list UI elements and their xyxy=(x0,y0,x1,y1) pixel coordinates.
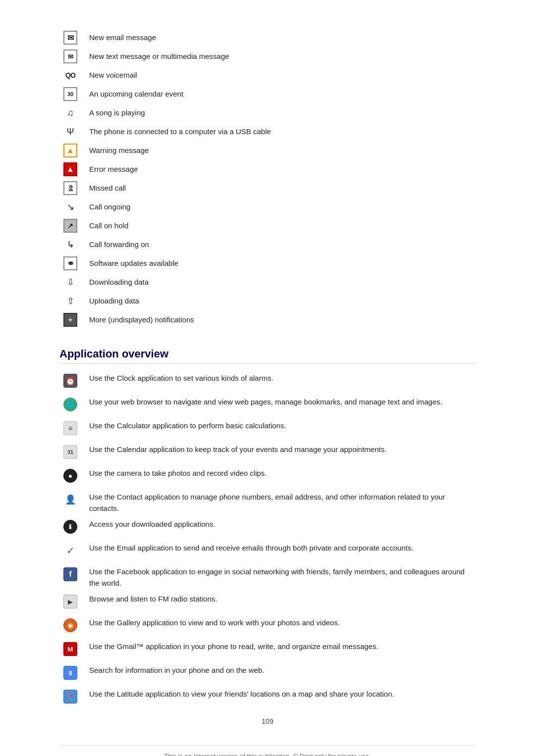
notif-item: ⇧Uploading data xyxy=(59,293,476,309)
notif-item: QONew voicemail xyxy=(59,67,476,83)
app-item: ▶Browse and listen to FM radio stations. xyxy=(59,594,476,612)
notif-desc: A song is playing xyxy=(81,107,476,118)
app-icon: M xyxy=(59,641,81,656)
notif-item: ✉New text message or multimedia message xyxy=(59,49,476,64)
notif-desc: New text message or multimedia message xyxy=(81,51,476,62)
notif-icon: ▲ xyxy=(59,162,81,176)
notif-item: ⇩Downloading data xyxy=(59,274,476,290)
notif-desc: Downloading data xyxy=(81,277,476,288)
app-desc: Use the Contact application to manage ph… xyxy=(81,492,476,514)
notif-icon: ✉ xyxy=(59,50,81,63)
notif-icon: ↘ xyxy=(59,202,81,212)
app-desc: Browse and listen to FM radio stations. xyxy=(81,594,476,605)
notif-icon: ♫ xyxy=(59,108,81,118)
notif-icon: ⇩ xyxy=(59,277,81,288)
notif-item: ▲Error message xyxy=(59,161,476,177)
notif-icon: ▲ xyxy=(59,144,81,157)
app-icon: ◉ xyxy=(59,617,81,632)
app-desc: Use the Facebook application to engage i… xyxy=(81,566,476,589)
app-item: ●Use the camera to take photos and recor… xyxy=(59,468,476,487)
app-desc: Use the Calendar application to keep tra… xyxy=(81,444,476,455)
notif-icon: Ψ xyxy=(59,127,81,137)
app-item: 🌐Use your web browser to navigate and vi… xyxy=(59,397,476,415)
app-desc: Use the Gallery application to view and … xyxy=(81,617,476,629)
notif-icon: ⇧ xyxy=(59,296,81,306)
notif-item: ♫A song is playing xyxy=(59,105,476,121)
app-desc: Access your downloaded applications. xyxy=(81,519,476,530)
app-item: MUse the Gmail™ application in your phon… xyxy=(59,641,476,660)
notif-desc: Error message xyxy=(81,164,476,175)
app-item: ≡Use the Calculator application to perfo… xyxy=(59,420,476,439)
app-list: ⏰Use the Clock application to set variou… xyxy=(59,373,476,707)
app-desc: Use the Gmail™ application in your phone… xyxy=(81,641,476,653)
notif-desc: Warning message xyxy=(81,145,476,156)
notif-item: +More (undisplayed) notifications xyxy=(59,312,476,328)
app-icon: ≡ xyxy=(59,420,81,435)
notif-item: ↘Call ongoing xyxy=(59,199,476,215)
app-item: 31Use the Calendar application to keep t… xyxy=(59,444,476,463)
notif-icon: 30 xyxy=(59,87,81,101)
app-desc: Use the Email application to send and re… xyxy=(81,543,476,554)
app-item: ✓Use the Email application to send and r… xyxy=(59,543,476,561)
app-icon: ▶ xyxy=(59,594,81,608)
app-item: ⬇Access your downloaded applications. xyxy=(59,519,476,538)
app-item: 8Search for information in your phone an… xyxy=(59,665,476,684)
notif-item: ⚭Software updates available xyxy=(59,255,476,271)
app-desc: Use the camera to take photos and record… xyxy=(81,468,476,479)
app-icon: 📍 xyxy=(59,689,81,704)
notif-item: ▲Warning message xyxy=(59,143,476,158)
notif-desc: An upcoming calendar event xyxy=(81,89,476,100)
app-item: 📍Use the Latitude application to view yo… xyxy=(59,689,476,707)
app-icon: 31 xyxy=(59,444,81,459)
notif-desc: Call forwarding on xyxy=(81,239,476,250)
notif-desc: Software updates available xyxy=(81,258,476,269)
notif-icon: ⇫ xyxy=(59,181,81,195)
app-desc: Use the Latitude application to view you… xyxy=(81,689,476,700)
app-icon: 👤 xyxy=(59,492,81,506)
app-item: fUse the Facebook application to engage … xyxy=(59,566,476,589)
notif-item: ΨThe phone is connected to a computer vi… xyxy=(59,124,476,140)
notif-desc: The phone is connected to a computer via… xyxy=(81,126,476,137)
app-desc: Use the Clock application to set various… xyxy=(81,373,476,384)
notifications-list: ✉New email message✉New text message or m… xyxy=(59,30,476,328)
app-icon: ● xyxy=(59,468,81,483)
notif-item: ↳Call forwarding on xyxy=(59,237,476,252)
notif-icon: + xyxy=(59,313,81,327)
app-icon: 8 xyxy=(59,665,81,680)
notif-desc: Uploading data xyxy=(81,296,476,306)
app-desc: Search for information in your phone and… xyxy=(81,665,476,676)
notif-icon: ↳ xyxy=(59,239,81,250)
page-number: 109 xyxy=(59,717,476,725)
notif-icon: ✉ xyxy=(59,31,81,45)
notif-desc: New voicemail xyxy=(81,70,476,81)
app-desc: Use the Calculator application to perfor… xyxy=(81,420,476,432)
notif-item: 30An upcoming calendar event xyxy=(59,86,476,102)
app-item: 👤Use the Contact application to manage p… xyxy=(59,492,476,514)
app-item: ◉Use the Gallery application to view and… xyxy=(59,617,476,636)
notif-desc: Call ongoing xyxy=(81,202,476,212)
notif-item: ⇫Missed call xyxy=(59,180,476,196)
notif-item: ↗Call on hold xyxy=(59,218,476,234)
app-icon: ⏰ xyxy=(59,373,81,388)
app-icon: ✓ xyxy=(59,543,81,557)
app-icon: f xyxy=(59,566,81,581)
notif-desc: More (undisplayed) notifications xyxy=(81,314,476,325)
notif-item: ✉New email message xyxy=(59,30,476,46)
section-heading: Application overview xyxy=(59,348,476,364)
notif-icon: ⚭ xyxy=(59,256,81,270)
notif-icon: QO xyxy=(59,71,81,79)
notif-desc: Missed call xyxy=(81,183,476,194)
footer-text: This is an Internet version of this publ… xyxy=(59,745,476,756)
notif-icon: ↗ xyxy=(59,219,81,233)
notif-desc: Call on hold xyxy=(81,220,476,231)
app-desc: Use your web browser to navigate and vie… xyxy=(81,397,476,408)
app-icon: ⬇ xyxy=(59,519,81,534)
notif-desc: New email message xyxy=(81,32,476,43)
app-icon: 🌐 xyxy=(59,397,81,411)
app-item: ⏰Use the Clock application to set variou… xyxy=(59,373,476,392)
